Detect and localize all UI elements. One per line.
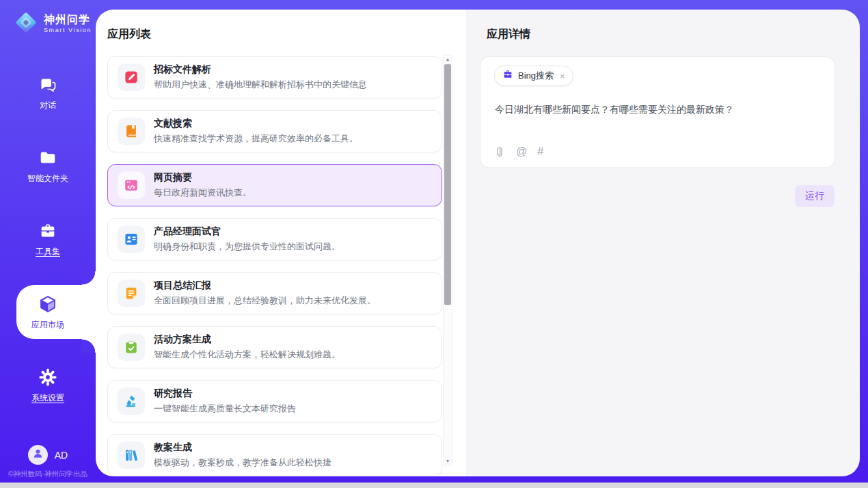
hash-icon[interactable]: # (537, 146, 543, 158)
app-list-item[interactable]: 教案生成 模板驱动，教案秒成，教学准备从此轻松快捷 (107, 434, 442, 476)
app-item-title: 研究报告 (154, 388, 296, 400)
app-item-description: 全面回顾项目进展，总结经验教训，助力未来优化发展。 (154, 295, 376, 307)
app-tagline: Smart Vision (44, 27, 92, 34)
app-item-title: 网页摘要 (154, 172, 252, 184)
sidebar-item-label: 工具集 (36, 246, 60, 258)
app-item-description: 模板驱动，教案秒成，教学准备从此轻松快捷 (154, 457, 331, 469)
sidebar-item-toolkit[interactable]: 工具集 (0, 202, 96, 275)
sidebar: 神州问学 Smart Vision 对话 智能文件夹 工具集 应用市场 系统设置 (0, 0, 96, 483)
user-icon (32, 448, 44, 462)
app-item-description: 明确身份和职责，为您提供专业性的面试问题。 (154, 241, 340, 253)
user-profile[interactable]: AD (0, 445, 96, 465)
composer-toolbar: @# (494, 146, 543, 158)
app-list-item[interactable]: 招标文件解析 帮助用户快速、准确地理解和解析招标书中的关键信息 (107, 56, 442, 98)
cube-icon (38, 294, 58, 314)
sidebar-item-app-market[interactable]: 应用市场 (0, 275, 96, 349)
app-list-title: 应用列表 (107, 27, 151, 42)
briefcase-icon (502, 69, 513, 83)
app-logo: 神州问学 Smart Vision (12, 9, 92, 39)
sidebar-item-label: 智能文件夹 (27, 173, 68, 185)
app-frame: 神州问学 Smart Vision 对话 智能文件夹 工具集 应用市场 系统设置 (0, 0, 868, 483)
logo-diamond-icon (12, 9, 40, 39)
run-button[interactable]: 运行 (795, 185, 835, 207)
sidebar-item-label: 对话 (40, 100, 56, 111)
app-item-description: 每日政府新闻资讯快查。 (154, 187, 252, 199)
triangle-up-icon[interactable]: ▲ (444, 57, 452, 62)
app-list-item[interactable]: 产品经理面试官 明确身份和职责，为您提供专业性的面试问题。 (107, 218, 442, 260)
toolbox-icon (38, 221, 58, 241)
app-detail-panel: 应用详情 Bing搜索 × 今日湖北有哪些新闻要点？有哪些需要关注的最新政策？ … (466, 10, 860, 476)
tool-chip-label: Bing搜索 (518, 70, 554, 82)
triangle-down-icon[interactable]: ▼ (444, 459, 452, 463)
avatar (28, 445, 48, 465)
pen-square-icon (118, 64, 145, 91)
app-list-scrollbar[interactable]: ▲ ▼ (443, 55, 452, 465)
books-icon (118, 442, 145, 469)
sidebar-item-label: 应用市场 (31, 319, 64, 331)
user-name: AD (55, 450, 68, 461)
paperclip-icon[interactable] (494, 146, 506, 158)
gear-icon (38, 367, 58, 388)
prompt-card: Bing搜索 × 今日湖北有哪些新闻要点？有哪些需要关注的最新政策？ @# (480, 56, 835, 168)
prompt-input[interactable]: 今日湖北有哪些新闻要点？有哪些需要关注的最新政策？ (495, 104, 821, 116)
app-item-title: 产品经理面试官 (154, 226, 340, 238)
app-detail-title: 应用详情 (487, 27, 530, 42)
sidebar-item-chat[interactable]: 对话 (0, 56, 96, 129)
microscope-icon (118, 388, 145, 415)
app-list-item[interactable]: 活动方案生成 智能生成个性化活动方案，轻松解决规划难题。 (107, 326, 442, 368)
app-item-description: 智能生成个性化活动方案，轻松解决规划难题。 (154, 349, 340, 361)
sidebar-item-smart-folder[interactable]: 智能文件夹 (0, 129, 96, 202)
memo-icon (118, 280, 145, 307)
sidebar-nav: 对话 智能文件夹 工具集 应用市场 系统设置 (0, 56, 96, 422)
at-icon[interactable]: @ (516, 146, 527, 158)
app-item-description: 帮助用户快速、准确地理解和解析招标书中的关键信息 (154, 79, 367, 91)
chip-close-icon[interactable]: × (560, 71, 565, 81)
chat-icon (38, 74, 58, 95)
id-card-icon (118, 226, 145, 253)
copyright-footer: ©神州数码·神州问学出品 (0, 470, 96, 479)
app-list-item[interactable]: 研究报告 一键智能生成高质量长文本研究报告 (107, 380, 442, 422)
sidebar-item-settings[interactable]: 系统设置 (0, 349, 96, 422)
app-name: 神州问学 (44, 14, 92, 26)
app-item-description: 一键智能生成高质量长文本研究报告 (154, 403, 296, 415)
app-item-title: 招标文件解析 (154, 64, 367, 76)
clipboard-check-icon (118, 334, 145, 361)
app-list-item[interactable]: 网页摘要 每日政府新闻资讯快查。 (107, 164, 442, 206)
sidebar-item-label: 系统设置 (31, 392, 64, 404)
app-list-item[interactable]: 文献搜索 快速精准查找学术资源，提高研究效率的必备工具。 (107, 110, 442, 152)
app-list: 招标文件解析 帮助用户快速、准确地理解和解析招标书中的关键信息 文献搜索 快速精… (107, 56, 442, 476)
browser-icon (118, 172, 145, 199)
folder-icon (38, 148, 58, 168)
app-list-item[interactable]: 项目总结汇报 全面回顾项目进展，总结经验教训，助力未来优化发展。 (107, 272, 442, 314)
app-item-description: 快速精准查找学术资源，提高研究效率的必备工具。 (154, 133, 358, 145)
app-item-title: 活动方案生成 (154, 334, 340, 346)
tool-chip-bing-search[interactable]: Bing搜索 × (494, 66, 573, 86)
app-item-title: 项目总结汇报 (154, 280, 376, 292)
app-item-title: 文献搜索 (154, 118, 358, 130)
book-icon (118, 118, 145, 145)
app-item-title: 教案生成 (154, 442, 331, 454)
scrollbar-thumb[interactable] (444, 64, 451, 305)
app-list-panel: 应用列表 招标文件解析 帮助用户快速、准确地理解和解析招标书中的关键信息 文献搜… (96, 10, 466, 476)
